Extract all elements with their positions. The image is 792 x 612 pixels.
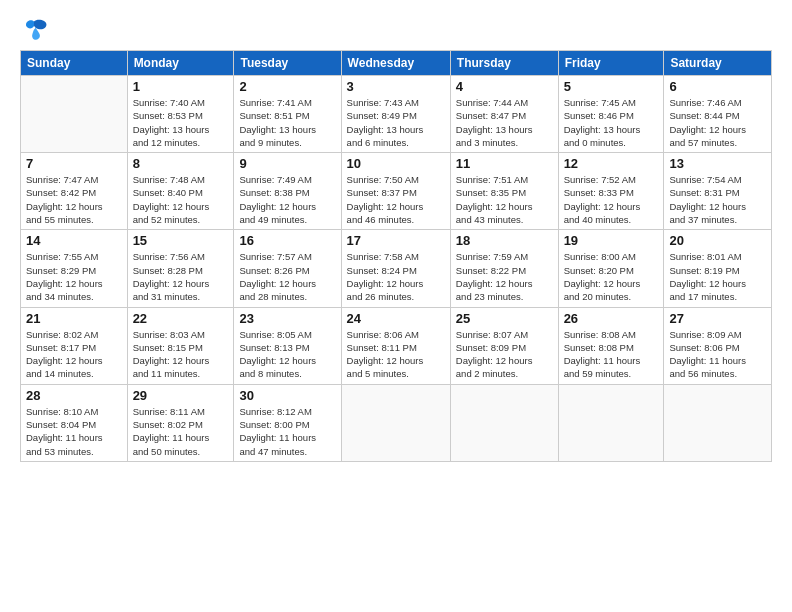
day-number: 21 (26, 311, 122, 326)
calendar-cell (664, 384, 772, 461)
week-row-2: 7Sunrise: 7:47 AMSunset: 8:42 PMDaylight… (21, 153, 772, 230)
day-number: 9 (239, 156, 335, 171)
day-info: Sunrise: 8:11 AMSunset: 8:02 PMDaylight:… (133, 405, 229, 458)
day-info: Sunrise: 8:12 AMSunset: 8:00 PMDaylight:… (239, 405, 335, 458)
calendar-cell: 6Sunrise: 7:46 AMSunset: 8:44 PMDaylight… (664, 76, 772, 153)
day-number: 7 (26, 156, 122, 171)
calendar-cell: 24Sunrise: 8:06 AMSunset: 8:11 PMDayligh… (341, 307, 450, 384)
calendar-table: SundayMondayTuesdayWednesdayThursdayFrid… (20, 50, 772, 462)
weekday-header-saturday: Saturday (664, 51, 772, 76)
day-number: 8 (133, 156, 229, 171)
day-number: 15 (133, 233, 229, 248)
day-number: 17 (347, 233, 445, 248)
day-info: Sunrise: 7:57 AMSunset: 8:26 PMDaylight:… (239, 250, 335, 303)
day-info: Sunrise: 7:47 AMSunset: 8:42 PMDaylight:… (26, 173, 122, 226)
calendar-cell: 2Sunrise: 7:41 AMSunset: 8:51 PMDaylight… (234, 76, 341, 153)
page: SundayMondayTuesdayWednesdayThursdayFrid… (0, 0, 792, 612)
weekday-header-friday: Friday (558, 51, 664, 76)
day-number: 18 (456, 233, 553, 248)
calendar-cell: 12Sunrise: 7:52 AMSunset: 8:33 PMDayligh… (558, 153, 664, 230)
day-info: Sunrise: 8:00 AMSunset: 8:20 PMDaylight:… (564, 250, 659, 303)
calendar-cell (450, 384, 558, 461)
calendar-cell: 7Sunrise: 7:47 AMSunset: 8:42 PMDaylight… (21, 153, 128, 230)
day-info: Sunrise: 8:01 AMSunset: 8:19 PMDaylight:… (669, 250, 766, 303)
day-number: 23 (239, 311, 335, 326)
day-info: Sunrise: 7:46 AMSunset: 8:44 PMDaylight:… (669, 96, 766, 149)
weekday-header-thursday: Thursday (450, 51, 558, 76)
day-info: Sunrise: 8:05 AMSunset: 8:13 PMDaylight:… (239, 328, 335, 381)
day-info: Sunrise: 8:09 AMSunset: 8:06 PMDaylight:… (669, 328, 766, 381)
calendar-cell (21, 76, 128, 153)
calendar-cell: 23Sunrise: 8:05 AMSunset: 8:13 PMDayligh… (234, 307, 341, 384)
calendar-cell: 16Sunrise: 7:57 AMSunset: 8:26 PMDayligh… (234, 230, 341, 307)
calendar-cell: 8Sunrise: 7:48 AMSunset: 8:40 PMDaylight… (127, 153, 234, 230)
calendar-cell: 19Sunrise: 8:00 AMSunset: 8:20 PMDayligh… (558, 230, 664, 307)
weekday-header-tuesday: Tuesday (234, 51, 341, 76)
day-number: 27 (669, 311, 766, 326)
calendar-cell (341, 384, 450, 461)
day-number: 10 (347, 156, 445, 171)
day-number: 12 (564, 156, 659, 171)
day-number: 13 (669, 156, 766, 171)
day-number: 22 (133, 311, 229, 326)
day-number: 20 (669, 233, 766, 248)
calendar-cell: 1Sunrise: 7:40 AMSunset: 8:53 PMDaylight… (127, 76, 234, 153)
day-info: Sunrise: 8:03 AMSunset: 8:15 PMDaylight:… (133, 328, 229, 381)
day-info: Sunrise: 7:40 AMSunset: 8:53 PMDaylight:… (133, 96, 229, 149)
calendar-cell: 30Sunrise: 8:12 AMSunset: 8:00 PMDayligh… (234, 384, 341, 461)
day-info: Sunrise: 7:44 AMSunset: 8:47 PMDaylight:… (456, 96, 553, 149)
day-info: Sunrise: 8:10 AMSunset: 8:04 PMDaylight:… (26, 405, 122, 458)
calendar-cell: 14Sunrise: 7:55 AMSunset: 8:29 PMDayligh… (21, 230, 128, 307)
calendar-cell: 27Sunrise: 8:09 AMSunset: 8:06 PMDayligh… (664, 307, 772, 384)
calendar-cell: 22Sunrise: 8:03 AMSunset: 8:15 PMDayligh… (127, 307, 234, 384)
weekday-header-sunday: Sunday (21, 51, 128, 76)
calendar-cell: 5Sunrise: 7:45 AMSunset: 8:46 PMDaylight… (558, 76, 664, 153)
calendar-cell: 20Sunrise: 8:01 AMSunset: 8:19 PMDayligh… (664, 230, 772, 307)
day-number: 30 (239, 388, 335, 403)
day-info: Sunrise: 7:48 AMSunset: 8:40 PMDaylight:… (133, 173, 229, 226)
calendar-cell: 17Sunrise: 7:58 AMSunset: 8:24 PMDayligh… (341, 230, 450, 307)
day-number: 25 (456, 311, 553, 326)
day-number: 3 (347, 79, 445, 94)
day-number: 19 (564, 233, 659, 248)
calendar-cell: 25Sunrise: 8:07 AMSunset: 8:09 PMDayligh… (450, 307, 558, 384)
calendar-cell: 11Sunrise: 7:51 AMSunset: 8:35 PMDayligh… (450, 153, 558, 230)
logo-bird-icon (20, 18, 48, 42)
calendar-cell: 26Sunrise: 8:08 AMSunset: 8:08 PMDayligh… (558, 307, 664, 384)
day-number: 29 (133, 388, 229, 403)
day-number: 4 (456, 79, 553, 94)
header (20, 18, 772, 42)
week-row-5: 28Sunrise: 8:10 AMSunset: 8:04 PMDayligh… (21, 384, 772, 461)
week-row-4: 21Sunrise: 8:02 AMSunset: 8:17 PMDayligh… (21, 307, 772, 384)
day-info: Sunrise: 7:54 AMSunset: 8:31 PMDaylight:… (669, 173, 766, 226)
day-number: 2 (239, 79, 335, 94)
day-info: Sunrise: 8:07 AMSunset: 8:09 PMDaylight:… (456, 328, 553, 381)
day-number: 24 (347, 311, 445, 326)
day-info: Sunrise: 7:51 AMSunset: 8:35 PMDaylight:… (456, 173, 553, 226)
week-row-3: 14Sunrise: 7:55 AMSunset: 8:29 PMDayligh… (21, 230, 772, 307)
day-number: 16 (239, 233, 335, 248)
day-info: Sunrise: 7:58 AMSunset: 8:24 PMDaylight:… (347, 250, 445, 303)
calendar-cell: 10Sunrise: 7:50 AMSunset: 8:37 PMDayligh… (341, 153, 450, 230)
day-info: Sunrise: 7:59 AMSunset: 8:22 PMDaylight:… (456, 250, 553, 303)
calendar-cell: 28Sunrise: 8:10 AMSunset: 8:04 PMDayligh… (21, 384, 128, 461)
day-number: 5 (564, 79, 659, 94)
calendar-cell: 3Sunrise: 7:43 AMSunset: 8:49 PMDaylight… (341, 76, 450, 153)
day-number: 11 (456, 156, 553, 171)
calendar-cell: 21Sunrise: 8:02 AMSunset: 8:17 PMDayligh… (21, 307, 128, 384)
day-number: 26 (564, 311, 659, 326)
day-info: Sunrise: 7:43 AMSunset: 8:49 PMDaylight:… (347, 96, 445, 149)
weekday-header-wednesday: Wednesday (341, 51, 450, 76)
week-row-1: 1Sunrise: 7:40 AMSunset: 8:53 PMDaylight… (21, 76, 772, 153)
day-info: Sunrise: 7:55 AMSunset: 8:29 PMDaylight:… (26, 250, 122, 303)
calendar-cell (558, 384, 664, 461)
day-info: Sunrise: 8:06 AMSunset: 8:11 PMDaylight:… (347, 328, 445, 381)
day-number: 1 (133, 79, 229, 94)
calendar-cell: 13Sunrise: 7:54 AMSunset: 8:31 PMDayligh… (664, 153, 772, 230)
day-number: 14 (26, 233, 122, 248)
day-info: Sunrise: 7:49 AMSunset: 8:38 PMDaylight:… (239, 173, 335, 226)
calendar-cell: 29Sunrise: 8:11 AMSunset: 8:02 PMDayligh… (127, 384, 234, 461)
calendar-cell: 18Sunrise: 7:59 AMSunset: 8:22 PMDayligh… (450, 230, 558, 307)
day-number: 6 (669, 79, 766, 94)
calendar-cell: 9Sunrise: 7:49 AMSunset: 8:38 PMDaylight… (234, 153, 341, 230)
